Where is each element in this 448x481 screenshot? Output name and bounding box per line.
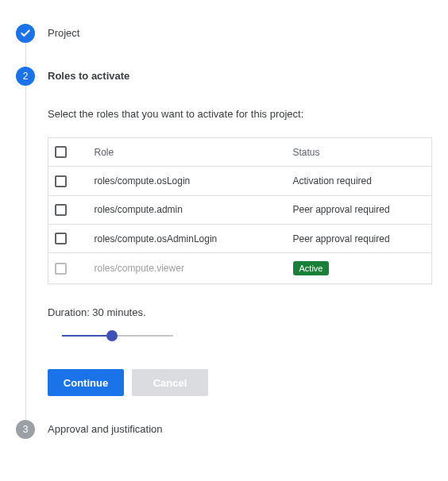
step-title-project: Project — [48, 24, 432, 43]
row-checkbox[interactable] — [55, 175, 67, 187]
slider-fill — [62, 335, 112, 337]
step-approval: 3 Approval and justification — [16, 420, 432, 439]
duration-section: Duration: 30 minutes. — [48, 306, 432, 342]
role-status: Activation required — [287, 167, 432, 195]
table-row: roles/compute.viewer Active — [48, 253, 432, 284]
header-status: Status — [287, 138, 432, 167]
step-title-roles: Roles to activate — [48, 67, 432, 86]
step-marker-completed[interactable] — [16, 24, 35, 43]
role-status: Peer approval required — [287, 195, 432, 224]
header-role: Role — [88, 138, 287, 167]
role-status: Peer approval required — [287, 224, 432, 252]
role-name: roles/compute.admin — [88, 195, 287, 224]
stepper: Project 2 Roles to activate Select the r… — [0, 0, 448, 455]
step-project: Project — [16, 24, 432, 67]
step-roles: 2 Roles to activate Select the roles tha… — [16, 67, 432, 420]
table-row: roles/compute.admin Peer approval requir… — [48, 195, 432, 224]
role-name: roles/compute.viewer — [88, 253, 287, 284]
roles-instruction: Select the roles that you want to activa… — [48, 108, 432, 120]
duration-slider[interactable] — [62, 329, 173, 342]
table-row: roles/compute.osAdminLogin Peer approval… — [48, 224, 432, 252]
roles-table: Role Status roles/compute.osLogin Activa… — [48, 137, 432, 284]
role-name: roles/compute.osAdminLogin — [88, 224, 287, 252]
button-row: Continue Cancel — [48, 369, 432, 396]
step-title-approval: Approval and justification — [48, 420, 432, 439]
table-row: roles/compute.osLogin Activation require… — [48, 167, 432, 195]
duration-label: Duration: 30 minutes. — [48, 306, 432, 318]
step-connector — [25, 86, 26, 439]
step-marker-pending: 3 — [16, 420, 35, 439]
step-marker-active: 2 — [16, 67, 35, 86]
row-checkbox[interactable] — [55, 233, 67, 244]
status-badge: Active — [293, 261, 330, 275]
role-name: roles/compute.osLogin — [88, 167, 287, 195]
check-icon — [20, 28, 31, 39]
row-checkbox[interactable] — [55, 204, 67, 216]
select-all-checkbox[interactable] — [55, 146, 67, 158]
continue-button[interactable]: Continue — [48, 369, 124, 396]
cancel-button[interactable]: Cancel — [132, 369, 208, 396]
row-checkbox — [55, 263, 67, 275]
slider-thumb[interactable] — [106, 330, 118, 341]
